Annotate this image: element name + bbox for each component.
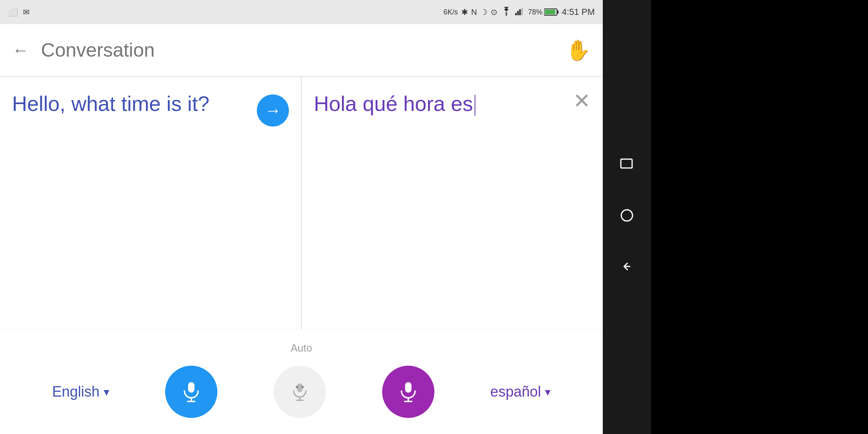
hand-icon[interactable]: ✋ bbox=[566, 39, 591, 62]
right-panel: Hola qué hora es ✕ bbox=[302, 76, 603, 330]
source-language-selector[interactable]: English ▾ bbox=[52, 383, 109, 400]
status-time: 4:51 PM bbox=[562, 7, 595, 17]
source-text: Hello, what time is it? bbox=[12, 90, 257, 118]
moon-icon: ☽ bbox=[480, 7, 487, 17]
status-bar-right: 6K/s ✱ N ☽ ⊙ bbox=[444, 7, 595, 18]
svg-rect-8 bbox=[188, 382, 194, 393]
target-language-label: español bbox=[490, 383, 541, 400]
target-language-chevron: ▾ bbox=[545, 385, 551, 399]
app-bar: ← Conversation ✋ bbox=[0, 24, 603, 76]
bluetooth-icon: ✱ bbox=[461, 7, 468, 17]
svg-point-12 bbox=[296, 386, 298, 388]
nav-bar bbox=[603, 0, 651, 434]
mic-icon-purple bbox=[397, 380, 420, 403]
nav-home-button[interactable] bbox=[619, 208, 635, 227]
controls-row: English ▾ bbox=[0, 366, 603, 418]
right-edge bbox=[651, 0, 868, 434]
translate-arrow-button[interactable] bbox=[257, 94, 289, 127]
mic-icon-blue bbox=[180, 380, 203, 403]
auto-mic-button[interactable] bbox=[274, 366, 326, 418]
svg-rect-2 bbox=[517, 11, 519, 15]
email-icon: ✉ bbox=[23, 7, 30, 17]
page-title: Conversation bbox=[41, 39, 566, 61]
translated-text: Hola qué hora es bbox=[314, 90, 565, 118]
screen-icon: ⬜ bbox=[8, 7, 18, 17]
source-mic-button[interactable] bbox=[165, 366, 217, 418]
bottom-controls: Auto English ▾ bbox=[0, 330, 603, 434]
status-bar: ⬜ ✉ 6K/s ✱ N ☽ ⊙ bbox=[0, 0, 603, 24]
battery-icon: 78 % bbox=[528, 8, 559, 16]
text-cursor bbox=[475, 95, 475, 116]
status-bar-left: ⬜ ✉ bbox=[8, 7, 30, 17]
left-panel: Hello, what time is it? bbox=[0, 76, 301, 330]
nfc-icon: N bbox=[471, 8, 477, 17]
network-speed: 6K/s bbox=[444, 8, 458, 16]
svg-rect-16 bbox=[405, 382, 411, 393]
app-area: ⬜ ✉ 6K/s ✱ N ☽ ⊙ bbox=[0, 0, 603, 434]
svg-rect-4 bbox=[521, 8, 523, 15]
alarm-icon: ⊙ bbox=[491, 7, 497, 17]
nav-recents-button[interactable] bbox=[619, 157, 635, 176]
svg-rect-1 bbox=[515, 13, 517, 15]
svg-rect-3 bbox=[519, 9, 521, 15]
svg-rect-19 bbox=[621, 159, 632, 168]
mic-icon-auto bbox=[289, 381, 310, 402]
back-button[interactable]: ← bbox=[12, 41, 29, 60]
wifi-icon bbox=[501, 7, 512, 18]
translation-area: Hello, what time is it? Hola qué hora es… bbox=[0, 76, 603, 330]
nav-back-button[interactable] bbox=[619, 259, 635, 278]
svg-point-20 bbox=[621, 210, 633, 221]
battery-level: 78 bbox=[528, 8, 536, 16]
target-mic-button[interactable] bbox=[382, 366, 434, 418]
svg-rect-6 bbox=[545, 10, 555, 14]
signal-icon bbox=[515, 7, 525, 17]
target-language-selector[interactable]: español ▾ bbox=[490, 383, 551, 400]
svg-point-0 bbox=[506, 14, 507, 16]
svg-point-13 bbox=[301, 386, 304, 388]
source-language-label: English bbox=[52, 383, 100, 400]
svg-rect-7 bbox=[557, 10, 559, 14]
close-translation-button[interactable]: ✕ bbox=[573, 90, 591, 111]
auto-label: Auto bbox=[291, 342, 312, 354]
source-language-chevron: ▾ bbox=[104, 385, 109, 399]
